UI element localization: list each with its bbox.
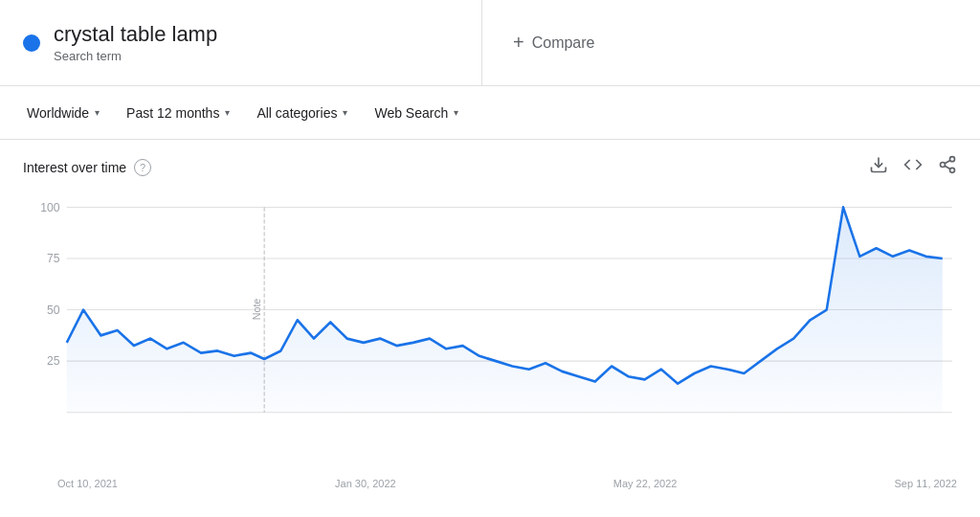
search-term-value: crystal table lamp (54, 22, 217, 47)
svg-text:25: 25 (47, 354, 60, 368)
searchtype-label: Web Search (374, 105, 448, 121)
categories-chevron: ▾ (343, 107, 347, 118)
filter-categories[interactable]: All categories ▾ (245, 98, 359, 128)
svg-point-3 (950, 168, 955, 172)
x-label-4: Sep 11, 2022 (895, 478, 957, 489)
searchtype-chevron: ▾ (454, 107, 458, 118)
categories-label: All categories (256, 105, 337, 121)
compare-section: + Compare (482, 0, 980, 85)
download-icon[interactable] (869, 155, 888, 179)
x-label-3: May 22, 2022 (613, 478, 678, 489)
chart-section: Interest over time ? 100 75 (0, 140, 980, 489)
svg-line-4 (945, 166, 950, 169)
embed-icon[interactable] (903, 155, 923, 179)
x-label-1: Oct 10, 2021 (57, 478, 118, 489)
filters-bar: Worldwide ▾ Past 12 months ▾ All categor… (0, 86, 980, 140)
worldwide-label: Worldwide (27, 105, 89, 121)
line-chart: 100 75 50 25 Note (23, 187, 957, 474)
timerange-chevron: ▾ (225, 107, 230, 118)
svg-point-2 (941, 163, 946, 168)
x-axis-labels: Oct 10, 2021 Jan 30, 2022 May 22, 2022 S… (0, 474, 980, 489)
filter-worldwide[interactable]: Worldwide ▾ (15, 98, 111, 128)
share-icon[interactable] (938, 155, 957, 179)
svg-text:75: 75 (47, 252, 60, 265)
svg-text:Note: Note (252, 298, 262, 320)
plus-icon: + (513, 32, 524, 54)
chart-header: Interest over time ? (0, 140, 980, 187)
blue-dot-indicator (23, 34, 40, 52)
help-icon[interactable]: ? (134, 159, 151, 176)
compare-label: Compare (532, 34, 595, 52)
svg-text:50: 50 (47, 303, 60, 317)
chart-actions (869, 155, 957, 179)
svg-line-5 (945, 160, 950, 163)
x-label-2: Jan 30, 2022 (335, 478, 396, 489)
svg-text:100: 100 (40, 200, 59, 214)
chart-area: 100 75 50 25 Note (0, 187, 980, 474)
filter-timerange[interactable]: Past 12 months ▾ (115, 98, 241, 128)
worldwide-chevron: ▾ (95, 107, 100, 118)
search-term-label: Search term (54, 49, 217, 63)
filter-searchtype[interactable]: Web Search ▾ (363, 98, 470, 128)
search-term-section: crystal table lamp Search term (0, 0, 482, 85)
compare-button[interactable]: + Compare (513, 32, 595, 54)
svg-point-1 (950, 157, 955, 162)
chart-title-text: Interest over time (23, 160, 126, 175)
timerange-label: Past 12 months (126, 105, 219, 121)
chart-title-area: Interest over time ? (23, 159, 151, 176)
